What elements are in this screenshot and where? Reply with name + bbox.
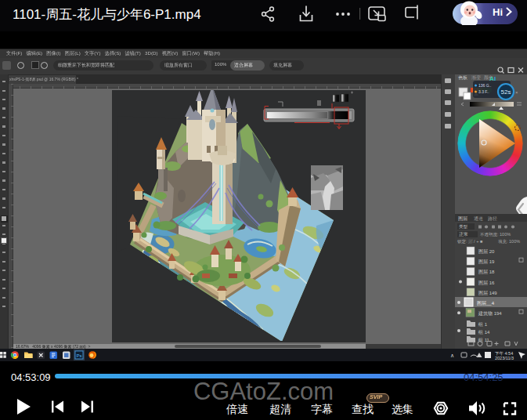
svg-text:正常: 正常: [459, 232, 468, 237]
svg-text:组 14: 组 14: [478, 330, 490, 335]
svg-text:图层 16: 图层 16: [478, 281, 495, 286]
svg-text:×: ×: [515, 90, 518, 95]
svg-text:组 11: 组 11: [478, 338, 490, 342]
svg-text:色板: 色板: [458, 75, 467, 80]
svg-text:图层 19: 图层 19: [478, 259, 495, 265]
svg-text:图层: 图层: [458, 216, 467, 222]
svg-text:路径: 路径: [488, 216, 497, 222]
svg-text:锁定: ▨ / + ■: 锁定: ▨ / + ■: [457, 239, 482, 244]
svg-text:图层 20: 图层 20: [478, 249, 495, 255]
svg-text:52s: 52s: [501, 89, 511, 96]
svg-text:下午 4:54: 下午 4:54: [495, 351, 513, 356]
svg-text:图层 18: 图层 18: [478, 270, 495, 275]
svg-text:图层 149: 图层 149: [478, 291, 497, 296]
svg-text:通道: 通道: [474, 215, 483, 221]
svg-text:图层__4: 图层__4: [477, 301, 495, 306]
svg-text:填充: 100%: 填充: 100%: [498, 239, 520, 244]
svg-text:组 1: 组 1: [478, 322, 488, 327]
svg-text:渐变: 渐变: [471, 74, 481, 81]
svg-text:建筑物 194: 建筑物 194: [478, 310, 502, 317]
svg-text:2023/11/3: 2023/11/3: [495, 356, 514, 360]
svg-text:不透明度: 100%: 不透明度: 100%: [480, 232, 511, 237]
svg-text:3.3 F..: 3.3 F..: [478, 89, 489, 94]
svg-text:Ps: Ps: [76, 353, 81, 358]
svg-text:类型: 类型: [459, 224, 468, 229]
svg-text:∧: ∧: [450, 353, 454, 358]
svg-text:136 G..: 136 G..: [478, 83, 491, 88]
